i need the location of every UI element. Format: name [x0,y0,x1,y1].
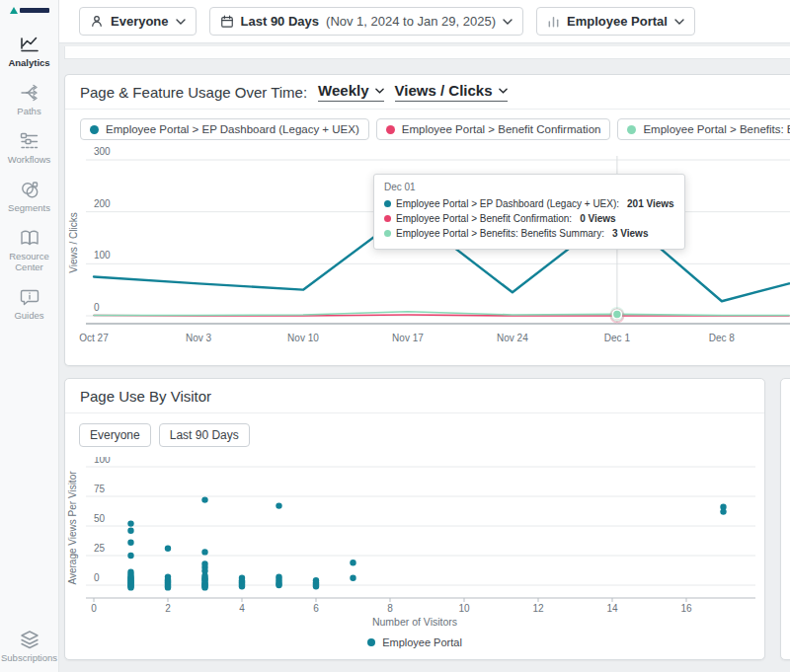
sidebar-item-label: Subscriptions [1,653,57,664]
svg-text:2: 2 [165,603,171,614]
app-filter-dropdown[interactable]: Employee Portal [536,7,695,36]
usage-over-time-card: Page & Feature Usage Over Time: Weekly V… [64,74,790,366]
interval-dropdown[interactable]: Weekly [318,82,383,102]
sidebar-item-label: Paths [17,107,40,117]
svg-text:14: 14 [606,603,618,614]
sidebar-item-paths[interactable]: Paths [0,82,58,117]
svg-text:Nov 3: Nov 3 [186,333,212,343]
svg-text:75: 75 [94,484,106,494]
segment-filter-dropdown[interactable]: Everyone [79,7,197,36]
tooltip-row: Employee Portal > Benefit Confirmation: … [384,211,674,226]
legend-label: Employee Portal > EP Dashboard (Legacy +… [106,123,359,135]
brand-logo[interactable] [10,7,49,14]
series-dot [386,125,395,134]
chevron-down-icon [503,19,513,25]
sidebar-item-label: Segments [8,203,50,214]
series-dot [384,215,391,222]
series-dot [384,230,391,237]
tooltip-date: Dec 01 [384,182,674,192]
svg-text:4: 4 [239,603,245,614]
legend-pill-ep-dashboard[interactable]: Employee Portal > EP Dashboard (Legacy +… [80,118,369,140]
visitor-scatter-chart[interactable]: 1007550250Average Views Per Visitor02468… [65,457,764,615]
scrolled-card-edge [64,46,790,59]
chevron-down-icon [176,19,186,25]
logo-wordmark [20,8,49,13]
tooltip-row-value: 0 Views [580,211,616,226]
metric-dropdown[interactable]: Views / Clicks [395,82,508,102]
tooltip-row: Employee Portal > EP Dashboard (Legacy +… [384,196,674,211]
segments-icon [19,179,40,200]
series-dot [384,200,391,207]
chevron-down-icon [375,88,384,94]
calendar-icon [220,14,234,29]
svg-text:12: 12 [532,603,544,614]
date-range-dropdown[interactable]: Last 90 Days (Nov 1, 2024 to Jan 29, 202… [209,7,524,36]
legend-label: Employee Portal > Benefits: Benefits Sum… [643,123,790,135]
chip-everyone[interactable]: Everyone [79,423,151,447]
svg-text:0: 0 [94,302,100,313]
tooltip-row-value: 201 Views [627,196,674,211]
svg-text:25: 25 [94,543,106,554]
workflows-icon [19,130,40,152]
sidebar-item-guides[interactable]: Guides [0,286,58,322]
svg-text:Nov 24: Nov 24 [497,333,528,343]
legend-pill-benefits-summary[interactable]: Employee Portal > Benefits: Benefits Sum… [617,118,790,140]
visitor-legend[interactable]: Employee Portal [65,636,764,648]
subscriptions-icon [19,629,40,650]
tooltip-row: Employee Portal > Benefits: Benefits Sum… [384,226,674,241]
resource-center-icon [19,227,40,249]
svg-text:0: 0 [94,572,100,583]
svg-text:Nov 17: Nov 17 [392,333,424,343]
visitor-filters: Everyone Last 90 Days [65,413,764,455]
topbar: Everyone Last 90 Days (Nov 1, 2024 to Ja… [59,0,790,43]
svg-text:Dec 8: Dec 8 [709,333,736,343]
svg-text:6: 6 [313,603,319,614]
chart-tooltip: Dec 01 Employee Portal > EP Dashboard (L… [373,174,685,250]
guides-icon [19,286,40,308]
logo-triangle-icon [10,7,18,14]
legend-pill-benefit-confirmation[interactable]: Employee Portal > Benefit Confirmation [376,118,611,140]
legend-label: Employee Portal > Benefit Confirmation [402,123,601,135]
svg-text:Nov 10: Nov 10 [287,333,319,343]
interval-dropdown-value: Weekly [318,82,368,99]
visitor-card-title: Page Use By Visitor [80,388,211,405]
usage-legend: Employee Portal > EP Dashboard (Legacy +… [65,110,790,144]
date-range-label: Last 90 Days [241,14,320,29]
page-use-by-visitor-card: Page Use By Visitor Everyone Last 90 Day… [64,378,765,660]
tooltip-row-value: 3 Views [612,226,649,241]
visitor-chart-area[interactable]: 1007550250Average Views Per Visitor02468… [65,457,764,615]
svg-text:100: 100 [94,457,111,465]
sidebar-item-label: Guides [14,311,43,322]
metric-dropdown-value: Views / Clicks [395,82,493,99]
svg-text:Average Views Per Visitor: Average Views Per Visitor [67,471,78,585]
visitor-legend-label: Employee Portal [382,636,462,648]
sidebar-item-resource-center[interactable]: Resource Center [0,227,58,273]
paths-icon [19,82,40,104]
sidebar: Analytics Paths Workflows Segments [0,0,59,672]
adjacent-card-edge [780,378,790,660]
svg-text:Views / Clicks: Views / Clicks [68,212,79,273]
sidebar-item-analytics[interactable]: Analytics [0,34,58,69]
svg-text:Dec 1: Dec 1 [604,333,631,343]
svg-text:16: 16 [680,603,692,614]
app-filter-label: Employee Portal [567,14,668,29]
sidebar-item-segments[interactable]: Segments [0,179,58,214]
series-dot [627,125,636,134]
chevron-down-icon [674,19,684,25]
svg-text:8: 8 [387,603,393,614]
tooltip-row-label: Employee Portal > EP Dashboard (Legacy +… [396,196,619,211]
svg-text:10: 10 [458,603,470,614]
sidebar-bottom: Subscriptions [0,629,58,664]
app-icon [547,15,560,29]
person-icon [90,14,104,29]
sidebar-item-subscriptions[interactable]: Subscriptions [0,629,58,664]
sidebar-nav: Analytics Paths Workflows Segments [0,34,58,321]
svg-text:300: 300 [94,146,111,157]
usage-chart-area[interactable]: 3002001000Views / ClicksOct 27Nov 3Nov 1… [65,144,790,349]
chip-last-90-days[interactable]: Last 90 Days [159,423,250,447]
sidebar-item-workflows[interactable]: Workflows [0,130,58,166]
svg-text:50: 50 [94,513,106,524]
tooltip-row-label: Employee Portal > Benefit Confirmation: [396,211,572,226]
tooltip-row-label: Employee Portal > Benefits: Benefits Sum… [396,226,604,241]
svg-text:100: 100 [94,250,111,261]
